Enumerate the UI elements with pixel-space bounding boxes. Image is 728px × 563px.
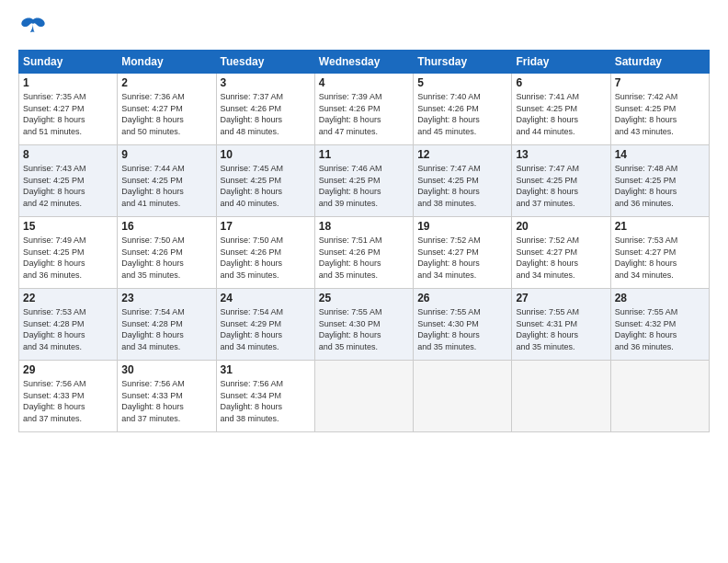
day-info: Sunrise: 7:47 AMSunset: 4:25 PMDaylight:… bbox=[417, 164, 481, 208]
calendar-cell: 13 Sunrise: 7:47 AMSunset: 4:25 PMDaylig… bbox=[512, 145, 610, 217]
day-info: Sunrise: 7:49 AMSunset: 4:25 PMDaylight:… bbox=[23, 236, 86, 280]
calendar-week-row: 22 Sunrise: 7:53 AMSunset: 4:28 PMDaylig… bbox=[19, 289, 710, 361]
day-info: Sunrise: 7:42 AMSunset: 4:25 PMDaylight:… bbox=[615, 92, 678, 136]
day-info: Sunrise: 7:55 AMSunset: 4:30 PMDaylight:… bbox=[319, 307, 382, 351]
day-info: Sunrise: 7:50 AMSunset: 4:26 PMDaylight:… bbox=[121, 236, 185, 280]
calendar-cell: 23 Sunrise: 7:54 AMSunset: 4:28 PMDaylig… bbox=[118, 289, 216, 361]
weekday-header: Saturday bbox=[610, 51, 709, 74]
day-info: Sunrise: 7:40 AMSunset: 4:26 PMDaylight:… bbox=[417, 92, 481, 136]
day-number: 4 bbox=[319, 76, 409, 89]
day-number: 19 bbox=[417, 220, 507, 233]
day-info: Sunrise: 7:41 AMSunset: 4:25 PMDaylight:… bbox=[516, 92, 579, 136]
calendar-cell: 11 Sunrise: 7:46 AMSunset: 4:25 PMDaylig… bbox=[314, 145, 413, 217]
calendar-week-row: 29 Sunrise: 7:56 AMSunset: 4:33 PMDaylig… bbox=[19, 361, 710, 432]
day-number: 28 bbox=[615, 292, 705, 304]
day-number: 24 bbox=[221, 292, 311, 304]
calendar-cell: 14 Sunrise: 7:48 AMSunset: 4:25 PMDaylig… bbox=[610, 145, 709, 217]
day-info: Sunrise: 7:36 AMSunset: 4:27 PMDaylight:… bbox=[121, 92, 185, 136]
day-info: Sunrise: 7:55 AMSunset: 4:32 PMDaylight:… bbox=[615, 307, 678, 351]
calendar-cell: 15 Sunrise: 7:49 AMSunset: 4:25 PMDaylig… bbox=[19, 217, 118, 289]
day-info: Sunrise: 7:50 AMSunset: 4:26 PMDaylight:… bbox=[221, 236, 284, 280]
day-info: Sunrise: 7:46 AMSunset: 4:25 PMDaylight:… bbox=[319, 164, 382, 208]
calendar-cell: 10 Sunrise: 7:45 AMSunset: 4:25 PMDaylig… bbox=[216, 145, 314, 217]
calendar-cell bbox=[610, 361, 709, 432]
day-info: Sunrise: 7:43 AMSunset: 4:25 PMDaylight:… bbox=[23, 164, 86, 208]
calendar-cell: 19 Sunrise: 7:52 AMSunset: 4:27 PMDaylig… bbox=[414, 217, 512, 289]
day-number: 16 bbox=[121, 220, 211, 233]
calendar-cell: 5 Sunrise: 7:40 AMSunset: 4:26 PMDayligh… bbox=[414, 74, 512, 145]
day-number: 27 bbox=[516, 292, 606, 304]
calendar-cell: 1 Sunrise: 7:35 AMSunset: 4:27 PMDayligh… bbox=[19, 74, 118, 145]
calendar-cell: 26 Sunrise: 7:55 AMSunset: 4:30 PMDaylig… bbox=[414, 289, 512, 361]
calendar-week-row: 8 Sunrise: 7:43 AMSunset: 4:25 PMDayligh… bbox=[19, 145, 710, 217]
day-number: 31 bbox=[221, 363, 311, 376]
day-info: Sunrise: 7:52 AMSunset: 4:27 PMDaylight:… bbox=[417, 236, 481, 280]
day-number: 1 bbox=[23, 76, 113, 89]
calendar-cell: 7 Sunrise: 7:42 AMSunset: 4:25 PMDayligh… bbox=[610, 74, 709, 145]
calendar-cell: 24 Sunrise: 7:54 AMSunset: 4:29 PMDaylig… bbox=[216, 289, 314, 361]
day-number: 18 bbox=[319, 220, 409, 233]
calendar-cell bbox=[314, 361, 413, 432]
day-number: 12 bbox=[417, 148, 507, 161]
calendar-cell bbox=[512, 361, 610, 432]
day-info: Sunrise: 7:35 AMSunset: 4:27 PMDaylight:… bbox=[23, 92, 86, 136]
weekday-header: Wednesday bbox=[314, 51, 413, 74]
calendar-cell: 30 Sunrise: 7:56 AMSunset: 4:33 PMDaylig… bbox=[118, 361, 216, 432]
weekday-header: Sunday bbox=[19, 51, 118, 74]
calendar-cell: 25 Sunrise: 7:55 AMSunset: 4:30 PMDaylig… bbox=[314, 289, 413, 361]
weekday-header: Monday bbox=[118, 51, 216, 74]
day-number: 23 bbox=[121, 292, 211, 304]
calendar-cell: 16 Sunrise: 7:50 AMSunset: 4:26 PMDaylig… bbox=[118, 217, 216, 289]
day-number: 21 bbox=[615, 220, 705, 233]
calendar-table: SundayMondayTuesdayWednesdayThursdayFrid… bbox=[18, 50, 710, 432]
day-info: Sunrise: 7:56 AMSunset: 4:33 PMDaylight:… bbox=[23, 379, 86, 423]
weekday-header: Thursday bbox=[414, 51, 512, 74]
calendar-cell: 2 Sunrise: 7:36 AMSunset: 4:27 PMDayligh… bbox=[118, 74, 216, 145]
day-number: 17 bbox=[221, 220, 311, 233]
calendar-cell: 9 Sunrise: 7:44 AMSunset: 4:25 PMDayligh… bbox=[118, 145, 216, 217]
calendar-cell bbox=[414, 361, 512, 432]
day-info: Sunrise: 7:51 AMSunset: 4:26 PMDaylight:… bbox=[319, 236, 382, 280]
day-number: 3 bbox=[221, 76, 311, 89]
day-number: 2 bbox=[121, 76, 211, 89]
day-info: Sunrise: 7:53 AMSunset: 4:27 PMDaylight:… bbox=[615, 236, 678, 280]
day-number: 29 bbox=[23, 363, 113, 376]
day-info: Sunrise: 7:53 AMSunset: 4:28 PMDaylight:… bbox=[23, 307, 86, 351]
header bbox=[18, 17, 710, 40]
day-number: 13 bbox=[516, 148, 606, 161]
calendar-cell: 20 Sunrise: 7:52 AMSunset: 4:27 PMDaylig… bbox=[512, 217, 610, 289]
day-number: 25 bbox=[319, 292, 409, 304]
day-info: Sunrise: 7:54 AMSunset: 4:28 PMDaylight:… bbox=[121, 307, 185, 351]
day-info: Sunrise: 7:56 AMSunset: 4:33 PMDaylight:… bbox=[121, 379, 185, 423]
day-number: 11 bbox=[319, 148, 409, 161]
calendar-cell: 21 Sunrise: 7:53 AMSunset: 4:27 PMDaylig… bbox=[610, 217, 709, 289]
calendar-week-row: 1 Sunrise: 7:35 AMSunset: 4:27 PMDayligh… bbox=[19, 74, 710, 145]
page: SundayMondayTuesdayWednesdayThursdayFrid… bbox=[0, 0, 728, 563]
day-info: Sunrise: 7:56 AMSunset: 4:34 PMDaylight:… bbox=[221, 379, 284, 423]
day-info: Sunrise: 7:37 AMSunset: 4:26 PMDaylight:… bbox=[221, 92, 284, 136]
day-info: Sunrise: 7:44 AMSunset: 4:25 PMDaylight:… bbox=[121, 164, 185, 208]
calendar-cell: 28 Sunrise: 7:55 AMSunset: 4:32 PMDaylig… bbox=[610, 289, 709, 361]
logo bbox=[18, 17, 46, 40]
calendar-cell: 6 Sunrise: 7:41 AMSunset: 4:25 PMDayligh… bbox=[512, 74, 610, 145]
calendar-cell: 31 Sunrise: 7:56 AMSunset: 4:34 PMDaylig… bbox=[216, 361, 314, 432]
calendar-cell: 17 Sunrise: 7:50 AMSunset: 4:26 PMDaylig… bbox=[216, 217, 314, 289]
calendar-header-row: SundayMondayTuesdayWednesdayThursdayFrid… bbox=[19, 51, 710, 74]
day-number: 10 bbox=[221, 148, 311, 161]
weekday-header: Tuesday bbox=[216, 51, 314, 74]
day-number: 14 bbox=[615, 148, 705, 161]
day-info: Sunrise: 7:39 AMSunset: 4:26 PMDaylight:… bbox=[319, 92, 382, 136]
day-info: Sunrise: 7:45 AMSunset: 4:25 PMDaylight:… bbox=[221, 164, 284, 208]
day-info: Sunrise: 7:54 AMSunset: 4:29 PMDaylight:… bbox=[221, 307, 284, 351]
calendar-cell: 4 Sunrise: 7:39 AMSunset: 4:26 PMDayligh… bbox=[314, 74, 413, 145]
day-info: Sunrise: 7:55 AMSunset: 4:31 PMDaylight:… bbox=[516, 307, 579, 351]
calendar-cell: 3 Sunrise: 7:37 AMSunset: 4:26 PMDayligh… bbox=[216, 74, 314, 145]
day-number: 9 bbox=[121, 148, 211, 161]
day-info: Sunrise: 7:48 AMSunset: 4:25 PMDaylight:… bbox=[615, 164, 678, 208]
calendar-cell: 27 Sunrise: 7:55 AMSunset: 4:31 PMDaylig… bbox=[512, 289, 610, 361]
day-number: 26 bbox=[417, 292, 507, 304]
day-info: Sunrise: 7:47 AMSunset: 4:25 PMDaylight:… bbox=[516, 164, 579, 208]
calendar-cell: 12 Sunrise: 7:47 AMSunset: 4:25 PMDaylig… bbox=[414, 145, 512, 217]
day-info: Sunrise: 7:52 AMSunset: 4:27 PMDaylight:… bbox=[516, 236, 579, 280]
day-number: 15 bbox=[23, 220, 113, 233]
